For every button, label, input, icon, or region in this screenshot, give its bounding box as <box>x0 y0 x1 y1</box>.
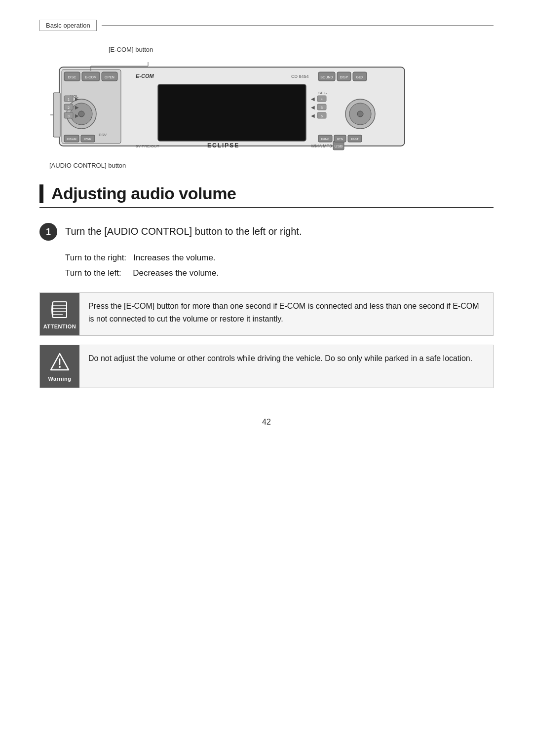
svg-point-52 <box>357 111 363 117</box>
svg-text:PWR: PWR <box>84 138 92 141</box>
ecom-button-label: [E-COM] button <box>109 46 494 53</box>
svg-text:FM/AM: FM/AM <box>67 138 76 141</box>
svg-text:▶: ▶ <box>75 96 79 102</box>
svg-text:3: 3 <box>68 114 70 118</box>
warning-label: Warning <box>48 376 71 382</box>
breadcrumb-line <box>102 25 494 26</box>
svg-text:6: 6 <box>321 114 323 118</box>
section-heading: Adjusting audio volume <box>39 184 494 208</box>
svg-text:FAST: FAST <box>351 138 358 141</box>
turn-left-line: Turn to the left: Decreases the volume. <box>65 266 494 281</box>
svg-text:OPEN: OPEN <box>105 75 114 79</box>
step-1-row: 1 Turn the [AUDIO CONTROL] button to the… <box>39 222 494 241</box>
diagram-section: [E-COM] button DISC E-COM OPEN <box>39 46 494 169</box>
warning-box: Warning Do not adjust the volume or othe… <box>39 345 494 388</box>
svg-text:4: 4 <box>321 98 323 101</box>
attention-box: ATTENTION Press the [E-COM] button for m… <box>39 292 494 336</box>
svg-text:6V PRE/OUT: 6V PRE/OUT <box>136 144 159 148</box>
svg-text:◀: ◀ <box>311 96 315 102</box>
svg-text:1: 1 <box>68 98 70 101</box>
page-container: Basic operation [E-COM] button DISC E-CO… <box>0 0 533 756</box>
svg-text:ESV: ESV <box>99 133 107 137</box>
svg-text:E-COM: E-COM <box>85 75 97 79</box>
breadcrumb: Basic operation <box>39 20 494 31</box>
svg-point-71 <box>59 366 61 368</box>
svg-text:5: 5 <box>321 106 323 109</box>
device-diagram: DISC E-COM OPEN - VOL 1 2 <box>49 57 415 156</box>
svg-text:E-COM: E-COM <box>136 73 154 79</box>
attention-text: Press the [E-COM] button for more than o… <box>79 293 493 335</box>
svg-text:DISC: DISC <box>68 75 76 79</box>
svg-text:SOUND: SOUND <box>320 75 333 79</box>
warning-triangle-icon <box>49 351 71 373</box>
svg-rect-62 <box>53 93 60 137</box>
warning-icon-col: Warning <box>40 345 79 388</box>
svg-text:RTN: RTN <box>337 138 343 141</box>
svg-text:WMA MP3: WMA MP3 <box>311 144 332 148</box>
svg-text:2: 2 <box>68 106 70 109</box>
turn-right-label: Turn to the right: <box>65 253 126 262</box>
svg-text:SEL-: SEL- <box>318 91 327 95</box>
warning-text: Do not adjust the volume or other contro… <box>79 345 493 388</box>
turn-right-line: Turn to the right: Increases the volume. <box>65 251 494 266</box>
attention-icon-col: ATTENTION <box>40 293 79 335</box>
page-number: 42 <box>39 418 494 427</box>
stereo-svg: DISC E-COM OPEN - VOL 1 2 <box>49 57 415 156</box>
svg-text:◀: ◀ <box>311 113 315 118</box>
turn-left-value: Decreases the volume. <box>133 268 219 278</box>
svg-text:FUNC: FUNC <box>321 138 330 141</box>
svg-text:GEX: GEX <box>356 75 364 79</box>
section-title: Adjusting audio volume <box>51 184 236 203</box>
svg-text:USB: USB <box>335 144 343 148</box>
svg-text:CD 8454: CD 8454 <box>291 74 309 79</box>
svg-text:▶: ▶ <box>75 105 79 110</box>
turn-left-label: Turn to the left: <box>65 268 121 278</box>
svg-rect-28 <box>158 84 306 141</box>
svg-text:ECLIPSE: ECLIPSE <box>207 142 239 149</box>
step-1-text: Turn the [AUDIO CONTROL] button to the l… <box>65 222 302 239</box>
svg-rect-64 <box>53 302 67 318</box>
turn-info: Turn to the right: Increases the volume.… <box>65 251 494 281</box>
step-1-number: 1 <box>39 223 57 241</box>
turn-right-value: Increases the volume. <box>133 253 215 262</box>
breadcrumb-label: Basic operation <box>39 20 97 31</box>
svg-point-10 <box>78 111 84 117</box>
svg-text:◀: ◀ <box>311 105 315 110</box>
book-icon <box>49 299 71 321</box>
audio-control-label: [AUDIO CONTROL] button <box>49 162 494 169</box>
svg-text:DISP: DISP <box>340 75 348 79</box>
svg-text:▶: ▶ <box>75 113 79 118</box>
attention-label: ATTENTION <box>43 324 76 329</box>
heading-bar <box>39 184 43 203</box>
